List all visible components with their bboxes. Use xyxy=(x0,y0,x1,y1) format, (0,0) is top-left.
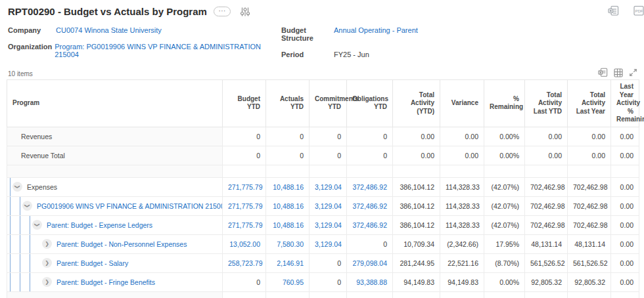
expand-chevron-icon[interactable]: ❯ xyxy=(42,277,52,287)
column-header[interactable]: Obligations YTD xyxy=(347,80,393,127)
value-cell: 22,521.16 xyxy=(440,253,484,272)
program-cell: Expense Total xyxy=(7,291,223,298)
value-cell: 0.00 xyxy=(611,291,639,298)
field-value-link[interactable]: Program: PG0019906 WINS VP FINANCE & ADM… xyxy=(55,43,281,58)
value-cell: 702,462.98 xyxy=(568,196,611,215)
table-row: ❯Parent: Budget - Fringe Benefits0760.95… xyxy=(7,272,639,291)
collapse-chevron-icon[interactable]: ❯ xyxy=(22,201,32,211)
value-cell: 0 xyxy=(223,272,266,291)
value-cell[interactable]: 279,098.04 xyxy=(347,253,393,272)
expand-chevron-icon[interactable]: ❯ xyxy=(42,239,52,249)
value-cell: 0.00 xyxy=(611,127,639,146)
column-header[interactable]: Variance xyxy=(440,80,484,127)
value-cell[interactable]: 372,486.92 xyxy=(347,215,393,234)
expand-fullscreen-icon[interactable] xyxy=(629,68,637,77)
value-cell: (42.07%) xyxy=(484,177,525,196)
program-label[interactable]: Parent: Budget - Expense Ledgers xyxy=(47,221,152,229)
value-cell[interactable]: 372,486.92 xyxy=(347,177,393,196)
value-cell[interactable]: 10,488.16 xyxy=(266,196,310,215)
field-label: Company xyxy=(8,26,56,34)
export-excel-icon[interactable] xyxy=(608,5,619,16)
value-cell: 0.00 xyxy=(393,146,440,165)
value-cell[interactable]: 2,146.91 xyxy=(266,253,310,272)
value-cell: 10,709.34 xyxy=(393,234,440,253)
value-cell[interactable]: 3,129.04 xyxy=(310,215,347,234)
value-cell[interactable]: 271,775.79 xyxy=(223,215,266,234)
column-header[interactable]: Total Activity Last YTD xyxy=(525,80,568,127)
value-cell[interactable]: 3,129.04 xyxy=(310,177,347,196)
related-actions-button[interactable]: ⋯ xyxy=(214,7,231,16)
expand-chevron-icon[interactable]: ❯ xyxy=(42,258,52,268)
value-cell[interactable]: 372,486.92 xyxy=(347,196,393,215)
column-header[interactable]: Total Activity (YTD) xyxy=(393,80,440,127)
field-label: Budget Structure xyxy=(281,26,334,42)
value-cell: 114,328.33 xyxy=(440,177,484,196)
program-label[interactable]: Parent: Budget - Salary xyxy=(57,259,128,267)
export-pdf-icon[interactable]: PDF xyxy=(633,5,644,16)
program-cell: ❯Parent: Budget - Fringe Benefits xyxy=(7,272,223,291)
column-header[interactable]: Budget YTD xyxy=(223,80,266,127)
indent-guide xyxy=(10,197,11,215)
value-cell[interactable]: 10,488.16 xyxy=(266,215,310,234)
value-cell xyxy=(223,165,266,177)
program-label[interactable]: PG0019906 WINS VP FINANCE & ADMINISTRATI… xyxy=(37,202,223,210)
value-cell xyxy=(525,165,568,177)
value-cell: (42.07%) xyxy=(484,196,525,215)
column-header[interactable]: Last Year Activity % Remaining xyxy=(611,80,639,127)
export-excel-icon[interactable] xyxy=(598,68,608,77)
value-cell[interactable]: 271,775.79 xyxy=(223,196,266,215)
column-header[interactable]: Commitments YTD xyxy=(310,80,347,127)
value-cell: 372,486.92 xyxy=(347,291,393,298)
value-cell: 0.00 xyxy=(611,146,639,165)
column-header[interactable]: Actuals YTD xyxy=(266,80,310,127)
value-cell[interactable]: 760.95 xyxy=(266,272,310,291)
value-cell: 0.00 xyxy=(440,146,484,165)
value-cell[interactable]: 10,488.16 xyxy=(266,177,310,196)
field-value-link[interactable]: Annual Operating - Parent xyxy=(334,26,418,34)
value-cell[interactable]: 3,129.04 xyxy=(310,234,347,253)
value-cell: (8.70%) xyxy=(484,253,525,272)
value-cell: 0 xyxy=(347,127,393,146)
value-cell: (2,342.66) xyxy=(440,234,484,253)
indent-guide xyxy=(20,273,20,291)
value-cell: 114,328.33 xyxy=(440,291,484,298)
value-cell[interactable]: 7,580.30 xyxy=(266,234,310,253)
value-cell[interactable]: 258,723.79 xyxy=(223,253,266,272)
collapse-chevron-icon[interactable]: ❯ xyxy=(12,182,22,192)
grid-view-icon[interactable] xyxy=(614,68,623,77)
value-cell[interactable]: 93,388.88 xyxy=(347,272,393,291)
grid-toolbar: 10 items xyxy=(0,61,644,79)
table-row: Expense Total271,775.7910,488.163,129.04… xyxy=(7,291,639,298)
value-cell xyxy=(484,165,525,177)
value-cell[interactable]: 13,052.00 xyxy=(223,234,266,253)
field-label: Organization xyxy=(8,43,55,51)
column-header[interactable]: % Remaining xyxy=(484,80,525,127)
title-bar: RPT00290 - Budget vs Actuals by Program … xyxy=(0,0,644,20)
field-organization: Organization Program: PG0019906 WINS VP … xyxy=(8,43,281,58)
value-cell xyxy=(568,165,611,177)
items-count: 10 items xyxy=(8,70,33,77)
value-cell: 271,775.79 xyxy=(223,291,266,298)
program-label[interactable]: Parent: Budget - Fringe Benefits xyxy=(57,278,155,286)
value-cell xyxy=(393,165,440,177)
indent-guide xyxy=(20,254,20,272)
collapse-chevron-icon[interactable]: ❯ xyxy=(32,220,42,230)
value-cell: 92,805.32 xyxy=(525,272,568,291)
filters-left-column: Company CU0074 Winona State University O… xyxy=(8,26,281,58)
program-label[interactable]: Parent: Budget - Non-Personnel Expenses xyxy=(57,240,187,248)
grid-toolbar-actions xyxy=(598,68,637,77)
value-cell: 0 xyxy=(310,272,347,291)
value-cell: 702,462.98 xyxy=(568,177,611,196)
value-cell: 114,328.33 xyxy=(440,196,484,215)
program-label: Expenses xyxy=(27,183,57,191)
value-cell[interactable]: 3,129.04 xyxy=(310,196,347,215)
value-cell: 281,244.95 xyxy=(393,253,440,272)
indent-guide xyxy=(20,216,20,234)
report-table: ProgramBudget YTDActuals YTDCommitments … xyxy=(7,79,639,298)
prompts-sliders-icon[interactable] xyxy=(240,7,250,17)
column-header[interactable]: Program xyxy=(7,80,223,127)
column-header[interactable]: Total Activity Last Year xyxy=(568,80,611,127)
header-row: ProgramBudget YTDActuals YTDCommitments … xyxy=(7,80,639,127)
field-value-link[interactable]: CU0074 Winona State University xyxy=(56,26,162,34)
value-cell[interactable]: 271,775.79 xyxy=(223,177,266,196)
